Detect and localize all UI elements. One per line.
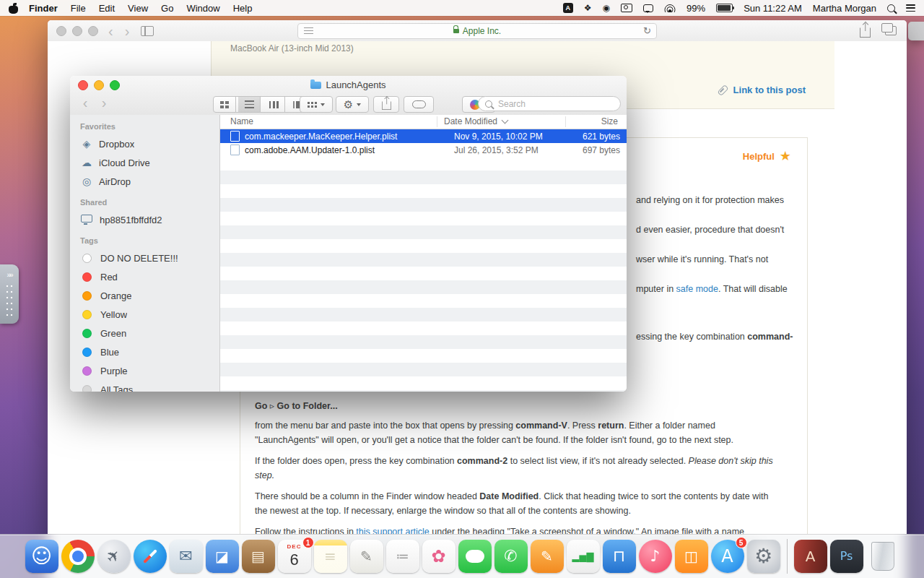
- dock-icon-facetime[interactable]: ✆: [494, 540, 528, 573]
- star-icon[interactable]: ★: [780, 148, 791, 164]
- sidebar-section-favorites: Favorites: [80, 122, 219, 132]
- dock-icon-finder[interactable]: ☺: [25, 540, 58, 573]
- forward-button[interactable]: [99, 95, 109, 111]
- view-list-button[interactable]: [238, 97, 261, 112]
- sidebar-item-airdrop[interactable]: ◎AirDrop: [80, 172, 219, 191]
- apple-menu-icon[interactable]: [9, 3, 18, 14]
- sidebar-item-orange[interactable]: Orange: [80, 286, 219, 305]
- reload-icon[interactable]: [643, 25, 651, 36]
- battery-icon[interactable]: [716, 4, 733, 12]
- column-header-name[interactable]: Name: [230, 116, 253, 126]
- share-button[interactable]: [373, 96, 399, 113]
- tab-overview-icon[interactable]: [885, 26, 897, 35]
- menu-path-instruction: Go ▹ Go to Folder...: [255, 400, 338, 411]
- app-status-icon[interactable]: ❖: [584, 3, 592, 13]
- calendar-day: 6: [289, 552, 298, 568]
- dock-icon-messages[interactable]: [458, 540, 492, 573]
- dock-icon-photos[interactable]: ✿: [422, 540, 456, 573]
- link-to-post[interactable]: Link to this post: [718, 85, 806, 95]
- minimize-button[interactable]: [94, 80, 104, 90]
- sidebar-item-hp8851fbffdfd2[interactable]: hp8851fbffdfd2: [80, 210, 219, 229]
- sidebar-item-dropbox[interactable]: ◈Dropbox: [80, 134, 219, 153]
- finder-titlebar[interactable]: LaunchAgents: [70, 76, 627, 116]
- arrange-menu-button[interactable]: [300, 96, 333, 113]
- dock-icon-itunes[interactable]: ♪: [639, 540, 672, 573]
- close-button[interactable]: [78, 80, 88, 90]
- close-button[interactable]: [56, 26, 66, 36]
- reminders-glyph: ≔: [396, 550, 409, 563]
- keyboard-input-icon[interactable]: A: [563, 3, 573, 13]
- text-run: . Press: [567, 420, 598, 431]
- back-button[interactable]: [108, 24, 113, 38]
- sidebar-item-yellow[interactable]: Yellow: [80, 305, 219, 324]
- dock-icon-keynote[interactable]: ⊓: [603, 540, 636, 573]
- dock-icon-launchpad[interactable]: ✈: [97, 540, 131, 573]
- text-run: command-2: [457, 456, 507, 466]
- sidebar-item-do-no-delete[interactable]: DO NO DELETE!!!: [80, 249, 219, 267]
- menu-window[interactable]: Window: [186, 3, 219, 14]
- zoom-button[interactable]: [110, 80, 120, 90]
- menu-view[interactable]: View: [128, 3, 148, 14]
- back-button[interactable]: [80, 95, 90, 111]
- column-header-date-modified[interactable]: Date Modified: [444, 116, 507, 126]
- text-run: Go to Folder...: [277, 401, 338, 411]
- address-bar[interactable]: Apple Inc.: [297, 23, 657, 39]
- file-row[interactable]: com.adobe.AAM.Updater-1.0.plistJul 26, 2…: [220, 143, 627, 157]
- sidebar-item-green[interactable]: Green: [80, 324, 219, 342]
- minimize-button[interactable]: [72, 26, 82, 36]
- camera-status-icon[interactable]: [621, 4, 632, 12]
- reader-icon[interactable]: [304, 27, 313, 35]
- dock-icon-safari[interactable]: [134, 540, 167, 573]
- sidebar-item-blue[interactable]: Blue: [80, 342, 219, 361]
- search-field[interactable]: [478, 96, 621, 111]
- dock-icon-preview[interactable]: ◪: [206, 540, 239, 573]
- zoom-button[interactable]: [88, 26, 98, 36]
- dock-icon-calendar[interactable]: DEC61: [278, 540, 311, 573]
- file-size: 621 bytes: [583, 131, 627, 142]
- dock-icon-reminders[interactable]: ≔: [386, 540, 419, 573]
- sidebar-item-icloud-drive[interactable]: ☁iCloud Drive: [80, 153, 219, 172]
- dock-icon-ibooks[interactable]: ◫: [675, 540, 708, 573]
- menu-edit[interactable]: Edit: [99, 3, 115, 14]
- view-icons-button[interactable]: [214, 97, 236, 112]
- dock-icon-chrome[interactable]: [61, 540, 95, 573]
- inline-link[interactable]: safe mode: [676, 284, 718, 294]
- menu-bar-clock[interactable]: Sun 11:22 AM: [744, 3, 802, 14]
- dock-icon-trash[interactable]: [866, 540, 899, 573]
- view-columns-button[interactable]: [263, 97, 285, 112]
- notification-center-icon[interactable]: [906, 4, 915, 12]
- preview-glyph: ◪: [215, 549, 229, 564]
- dock-icon-dictionary[interactable]: A: [794, 540, 827, 573]
- dock-icon-app-store[interactable]: A5: [711, 540, 744, 573]
- chat-status-icon[interactable]: [643, 4, 653, 12]
- action-menu-button[interactable]: [336, 96, 369, 113]
- app-menu-finder[interactable]: Finder: [29, 3, 58, 14]
- dock-icon-numbers[interactable]: ▂▅▇: [567, 540, 600, 573]
- share-icon[interactable]: [860, 27, 871, 38]
- dock-icon-notes[interactable]: ≡: [314, 540, 347, 573]
- screen-sharing-icon[interactable]: ◉: [603, 3, 610, 13]
- dock-icon-contacts[interactable]: ▤: [242, 540, 275, 573]
- sidebar-item-red[interactable]: Red: [80, 267, 219, 286]
- search-input[interactable]: [497, 98, 614, 110]
- menu-file[interactable]: File: [71, 3, 86, 14]
- file-row[interactable]: com.mackeeper.MacKeeper.Helper.plistNov …: [220, 129, 627, 143]
- dock-icon-pages[interactable]: ✎: [531, 540, 564, 573]
- user-menu[interactable]: Martha Morgan: [813, 3, 876, 14]
- drawer-handle[interactable]: [0, 264, 19, 324]
- dock-icon-system-preferences[interactable]: ⚙: [747, 540, 780, 573]
- menu-go[interactable]: Go: [161, 3, 173, 14]
- column-header-size[interactable]: Size: [601, 116, 618, 126]
- sidebar-item-purple[interactable]: Purple: [80, 361, 219, 380]
- tags-button[interactable]: [404, 96, 434, 113]
- column-header-date-label: Date Modified: [444, 116, 497, 126]
- spotlight-icon[interactable]: [887, 4, 895, 12]
- sidebar-toggle-icon[interactable]: [141, 26, 154, 36]
- sidebar-item-all-tags[interactable]: All Tags: [80, 380, 219, 392]
- wifi-icon[interactable]: [664, 4, 676, 12]
- menu-help[interactable]: Help: [233, 3, 253, 14]
- dock-icon-photoshop[interactable]: Ps: [830, 540, 863, 573]
- dock-icon-textedit[interactable]: ✎: [350, 540, 383, 573]
- dock-icon-mail[interactable]: ✉: [170, 540, 203, 573]
- forward-button[interactable]: [125, 24, 130, 38]
